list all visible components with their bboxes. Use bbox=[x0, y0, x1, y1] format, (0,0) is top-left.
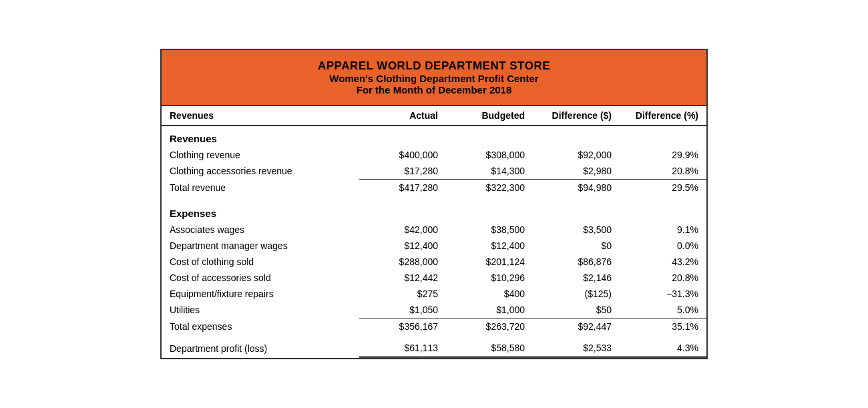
row-label: Utilities bbox=[162, 302, 359, 319]
section-header-row: Revenues bbox=[162, 126, 706, 147]
report-header: APPAREL WORLD DEPARTMENT STORE Women's C… bbox=[162, 50, 706, 106]
row-value: −31.3% bbox=[620, 286, 706, 302]
section-header-label: Expenses bbox=[162, 201, 706, 222]
row-value: $275 bbox=[359, 286, 446, 302]
row-value: $288,000 bbox=[359, 254, 446, 270]
row-value: $12,400 bbox=[359, 238, 446, 254]
row-value: 43.2% bbox=[620, 254, 706, 270]
row-value: 9.1% bbox=[620, 222, 706, 238]
row-value: $1,050 bbox=[359, 302, 446, 319]
data-row: Cost of clothing sold$288,000$201,124$86… bbox=[162, 254, 706, 270]
row-value: 29.9% bbox=[620, 147, 706, 163]
row-value: $10,296 bbox=[446, 270, 533, 286]
row-value: 20.8% bbox=[620, 270, 706, 286]
row-value: $12,442 bbox=[359, 270, 446, 286]
header-subtitle: Women's Clothing Department Profit Cente… bbox=[168, 73, 700, 84]
col-header-diff-dollar: Difference ($) bbox=[533, 106, 620, 126]
row-value: 0.0% bbox=[620, 238, 706, 254]
data-row: Equipment/fixture repairs$275$400($125)−… bbox=[162, 286, 706, 302]
row-value: $2,980 bbox=[533, 163, 620, 180]
header-title: APPAREL WORLD DEPARTMENT STORE bbox=[168, 59, 700, 73]
row-value: $308,000 bbox=[446, 147, 533, 163]
row-value: $417,280 bbox=[359, 180, 446, 196]
row-value: ($125) bbox=[533, 286, 620, 302]
row-value: $0 bbox=[533, 238, 620, 254]
row-value: $263,720 bbox=[446, 319, 533, 335]
row-value: $38,500 bbox=[446, 222, 533, 238]
row-label: Department manager wages bbox=[162, 238, 359, 254]
data-row: Cost of accessories sold$12,442$10,296$2… bbox=[162, 270, 706, 286]
data-row: Clothing accessories revenue$17,280$14,3… bbox=[162, 163, 706, 180]
row-value: $61,113 bbox=[359, 340, 446, 357]
row-value: $322,300 bbox=[446, 180, 533, 196]
data-row: Department manager wages$12,400$12,400$0… bbox=[162, 238, 706, 254]
total-row: Total expenses$356,167$263,720$92,44735.… bbox=[162, 319, 706, 335]
column-headers: Revenues Actual Budgeted Difference ($) … bbox=[162, 106, 706, 126]
row-value: 20.8% bbox=[620, 163, 706, 180]
spacer-row bbox=[162, 196, 706, 201]
row-value: $3,500 bbox=[533, 222, 620, 238]
row-label: Equipment/fixture repairs bbox=[162, 286, 359, 302]
row-value: $356,167 bbox=[359, 319, 446, 335]
header-period: For the Month of December 2018 bbox=[168, 84, 700, 95]
row-value: $58,580 bbox=[446, 340, 533, 357]
row-value: 4.3% bbox=[620, 340, 706, 357]
row-value: $400 bbox=[446, 286, 533, 302]
row-label: Cost of accessories sold bbox=[162, 270, 359, 286]
col-header-diff-pct: Difference (%) bbox=[620, 106, 706, 126]
row-value: $2,533 bbox=[533, 340, 620, 357]
row-value: $2,146 bbox=[533, 270, 620, 286]
spacer-row-2 bbox=[162, 335, 706, 340]
report-container: APPAREL WORLD DEPARTMENT STORE Women's C… bbox=[160, 49, 708, 359]
row-label: Cost of clothing sold bbox=[162, 254, 359, 270]
row-value: $92,000 bbox=[533, 147, 620, 163]
section-header-row: Expenses bbox=[162, 201, 706, 222]
row-value: $17,280 bbox=[359, 163, 446, 180]
row-label: Associates wages bbox=[162, 222, 359, 238]
row-value: 5.0% bbox=[620, 302, 706, 319]
total-row: Total revenue$417,280$322,300$94,98029.5… bbox=[162, 180, 706, 196]
row-value: $400,000 bbox=[359, 147, 446, 163]
row-value: $12,400 bbox=[446, 238, 533, 254]
financial-table: Revenues Actual Budgeted Difference ($) … bbox=[162, 106, 706, 358]
col-header-actual: Actual bbox=[359, 106, 446, 126]
col-header-budgeted: Budgeted bbox=[446, 106, 533, 126]
row-value: 35.1% bbox=[620, 319, 706, 335]
row-value: $201,124 bbox=[446, 254, 533, 270]
row-value: $86,876 bbox=[533, 254, 620, 270]
row-value: $1,000 bbox=[446, 302, 533, 319]
row-label: Total revenue bbox=[162, 180, 359, 196]
col-header-label: Revenues bbox=[162, 106, 359, 126]
row-value: $42,000 bbox=[359, 222, 446, 238]
row-label: Clothing accessories revenue bbox=[162, 163, 359, 180]
data-row: Associates wages$42,000$38,500$3,5009.1% bbox=[162, 222, 706, 238]
section-header-label: Revenues bbox=[162, 126, 706, 147]
row-label: Total expenses bbox=[162, 319, 359, 335]
row-value: $92,447 bbox=[533, 319, 620, 335]
row-value: $14,300 bbox=[446, 163, 533, 180]
data-row: Clothing revenue$400,000$308,000$92,0002… bbox=[162, 147, 706, 163]
row-value: 29.5% bbox=[620, 180, 706, 196]
row-label: Clothing revenue bbox=[162, 147, 359, 163]
row-value: $50 bbox=[533, 302, 620, 319]
data-row: Department profit (loss)$61,113$58,580$2… bbox=[162, 340, 706, 357]
row-value: $94,980 bbox=[533, 180, 620, 196]
data-row: Utilities$1,050$1,000$505.0% bbox=[162, 302, 706, 319]
row-label: Department profit (loss) bbox=[162, 340, 359, 357]
